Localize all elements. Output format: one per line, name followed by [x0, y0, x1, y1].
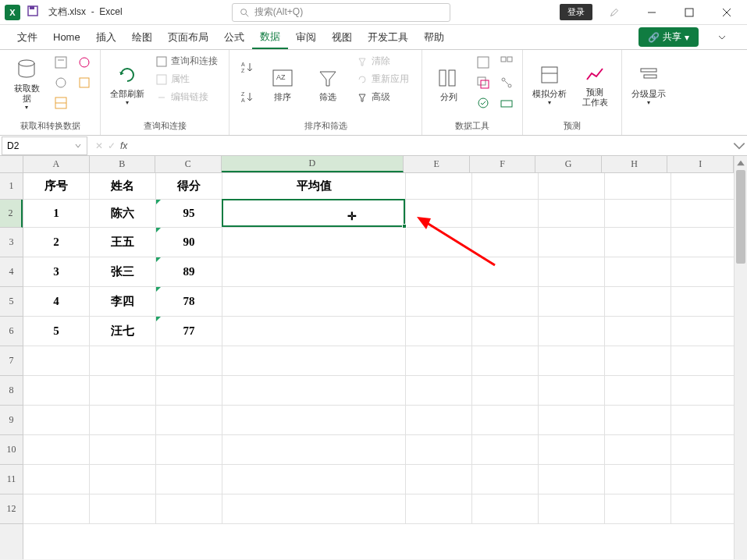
row-header[interactable]: 7 [0, 346, 23, 376]
cell[interactable] [222, 435, 406, 465]
cell[interactable] [90, 376, 156, 406]
maximize-button[interactable] [674, 2, 705, 23]
cell[interactable] [406, 317, 472, 346]
cell[interactable] [605, 346, 671, 376]
cell[interactable] [472, 406, 539, 435]
cell[interactable] [23, 494, 90, 524]
cell[interactable] [671, 465, 738, 494]
cell[interactable] [671, 257, 738, 287]
cell[interactable] [156, 346, 222, 376]
forecast-sheet-button[interactable]: 预测 工作表 [574, 53, 615, 115]
cell[interactable] [539, 317, 605, 346]
recent-sources-icon[interactable] [75, 53, 94, 72]
menu-home[interactable]: Home [45, 25, 88, 49]
from-web-icon[interactable] [52, 73, 70, 92]
column-header[interactable]: A [23, 156, 90, 172]
cell[interactable] [605, 257, 671, 287]
cell[interactable] [472, 200, 539, 228]
cells-area[interactable]: 序号姓名得分平均值1陈六952王五903张三894李四785汪七77✛ [23, 173, 734, 559]
cell[interactable]: 4 [23, 287, 90, 317]
cell[interactable] [406, 200, 472, 228]
existing-conn-icon[interactable] [75, 73, 94, 92]
cell[interactable] [23, 376, 90, 406]
row-header[interactable]: 3 [0, 228, 23, 257]
cell[interactable]: 王五 [90, 228, 156, 257]
sort-desc-button[interactable]: ZA [236, 83, 258, 111]
cell[interactable] [671, 435, 738, 465]
filter-button[interactable]: 筛选 [308, 53, 348, 115]
cell[interactable] [671, 494, 738, 524]
cell[interactable] [156, 376, 222, 406]
cell[interactable]: 95 [156, 200, 222, 228]
cell[interactable]: 5 [23, 317, 90, 346]
cell[interactable] [671, 317, 738, 346]
cell[interactable] [671, 228, 738, 257]
formula-input[interactable] [133, 136, 731, 155]
row-header[interactable]: 10 [0, 435, 23, 465]
from-table-icon[interactable] [52, 94, 70, 112]
column-header[interactable]: H [602, 156, 668, 172]
cell[interactable] [406, 257, 472, 287]
cell[interactable]: 89 [156, 257, 222, 287]
cell[interactable] [222, 200, 406, 228]
cell[interactable] [605, 287, 671, 317]
column-header[interactable]: B [90, 156, 156, 172]
outline-button[interactable]: 分级显示 ▾ [628, 53, 669, 115]
cell[interactable]: 序号 [23, 173, 90, 200]
cell[interactable] [406, 376, 472, 406]
cell[interactable]: 姓名 [90, 173, 156, 200]
row-header[interactable]: 9 [0, 406, 23, 435]
row-header[interactable]: 1 [0, 173, 23, 200]
menu-file[interactable]: 文件 [9, 25, 45, 49]
vertical-scrollbar[interactable] [734, 156, 747, 559]
cell[interactable] [90, 406, 156, 435]
cell[interactable] [472, 465, 539, 494]
cell[interactable] [605, 406, 671, 435]
cell[interactable]: 1 [23, 200, 90, 228]
row-header[interactable]: 12 [0, 494, 23, 524]
cell[interactable] [90, 346, 156, 376]
formula-expand-icon[interactable] [731, 138, 747, 154]
cell[interactable]: 90 [156, 228, 222, 257]
flash-fill-icon[interactable] [474, 53, 493, 72]
cell[interactable] [539, 465, 605, 494]
menu-draw[interactable]: 绘图 [124, 25, 160, 49]
cell[interactable] [406, 435, 472, 465]
cell[interactable] [222, 287, 406, 317]
cell[interactable] [222, 317, 406, 346]
cell[interactable] [605, 435, 671, 465]
menu-view[interactable]: 视图 [324, 25, 360, 49]
cell[interactable] [671, 287, 738, 317]
cell[interactable]: 张三 [90, 257, 156, 287]
cell[interactable] [539, 200, 605, 228]
cell[interactable] [472, 228, 539, 257]
cell[interactable] [406, 494, 472, 524]
save-icon[interactable] [27, 5, 39, 20]
cell[interactable] [222, 494, 406, 524]
menu-data[interactable]: 数据 [252, 25, 288, 49]
cell[interactable] [222, 376, 406, 406]
cell[interactable] [472, 376, 539, 406]
row-header[interactable]: 8 [0, 376, 23, 406]
cell[interactable] [156, 435, 222, 465]
cell[interactable]: 77 [156, 317, 222, 346]
column-header[interactable]: D [222, 156, 404, 172]
minimize-button[interactable] [636, 2, 667, 23]
cell[interactable]: 78 [156, 287, 222, 317]
cell[interactable] [671, 406, 738, 435]
cell[interactable] [605, 200, 671, 228]
cell[interactable] [222, 228, 406, 257]
cell[interactable]: 汪七 [90, 317, 156, 346]
cell[interactable] [406, 287, 472, 317]
cell[interactable] [472, 173, 539, 200]
cell[interactable] [90, 465, 156, 494]
select-all-corner[interactable] [0, 156, 23, 173]
remove-duplicates-icon[interactable] [474, 73, 493, 92]
menu-layout[interactable]: 页面布局 [160, 25, 216, 49]
cancel-icon[interactable]: ✕ [95, 140, 103, 151]
cell[interactable] [406, 173, 472, 200]
cell[interactable] [90, 435, 156, 465]
menu-formula[interactable]: 公式 [216, 25, 252, 49]
column-header[interactable]: I [667, 156, 734, 172]
cell[interactable]: 平均值 [222, 173, 406, 200]
